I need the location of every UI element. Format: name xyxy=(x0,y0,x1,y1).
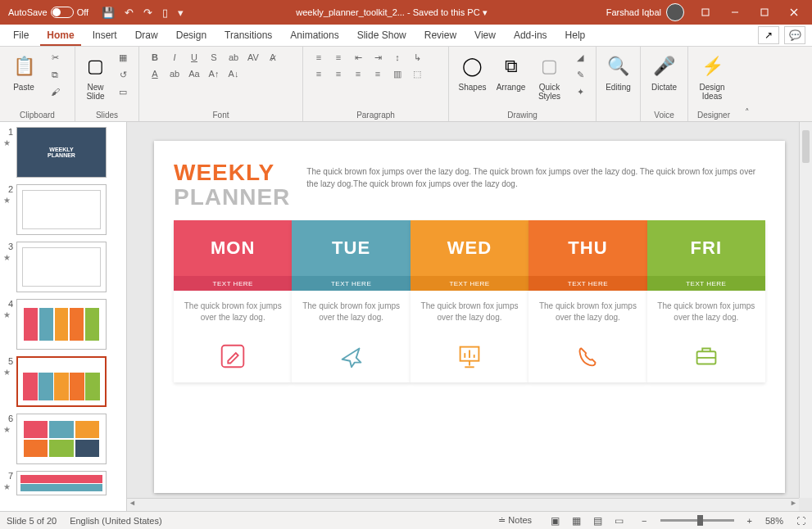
collapse-ribbon-icon[interactable]: ˄ xyxy=(739,47,755,121)
zoom-level[interactable]: 58% xyxy=(765,516,783,526)
share-button[interactable]: ↗ xyxy=(758,26,779,44)
comments-button[interactable]: 💬 xyxy=(784,26,805,44)
zoom-in-button[interactable]: + xyxy=(747,516,752,526)
tab-review[interactable]: Review xyxy=(418,26,463,46)
tab-design[interactable]: Design xyxy=(170,26,213,46)
slideshow-view-icon[interactable]: ▭ xyxy=(609,513,628,528)
notes-button[interactable]: ≐ Notes xyxy=(498,515,532,526)
bullets-icon[interactable]: ≡ xyxy=(310,50,328,65)
startfrombeginning-icon[interactable]: ▯ xyxy=(162,7,168,19)
highlight-icon[interactable]: ab xyxy=(166,66,184,81)
indent-left-icon[interactable]: ⇤ xyxy=(349,50,367,65)
slide-thumbnail-panel[interactable]: 1★WEEKLYPLANNER 2★ 3★ 4★ 5★ 6★ 7★ xyxy=(0,122,127,511)
line-spacing-icon[interactable]: ↕ xyxy=(388,50,406,65)
align-right-icon[interactable]: ≡ xyxy=(349,66,367,81)
minimize-button[interactable] xyxy=(720,0,750,25)
strike-button[interactable]: S xyxy=(205,50,223,65)
paste-button[interactable]: 📋Paste xyxy=(7,50,41,92)
font-color-icon[interactable]: A xyxy=(146,66,164,81)
dictate-button[interactable]: 🎤Dictate xyxy=(647,50,681,92)
day-thu[interactable]: THU TEXT HERE The quick brown fox jumps … xyxy=(528,220,646,382)
chevron-down-icon[interactable]: ▾ xyxy=(483,7,488,17)
smartart-icon[interactable]: ⬚ xyxy=(408,66,426,81)
change-case-icon[interactable]: Aa xyxy=(185,66,203,81)
slide-counter[interactable]: Slide 5 of 20 xyxy=(7,516,57,526)
tab-insert[interactable]: Insert xyxy=(86,26,124,46)
close-button[interactable] xyxy=(779,0,809,25)
thumbnail-4[interactable]: 4★ xyxy=(3,299,123,350)
slide[interactable]: WEEKLY PLANNER The quick brown fox jumps… xyxy=(154,141,785,493)
thumbnail-7[interactable]: 7★ xyxy=(3,471,123,495)
thumbnail-2[interactable]: 2★ xyxy=(3,184,123,235)
day-fri[interactable]: FRI TEXT HERE The quick brown fox jumps … xyxy=(647,220,765,382)
tab-draw[interactable]: Draw xyxy=(129,26,165,46)
normal-view-icon[interactable]: ▣ xyxy=(545,513,565,528)
clear-format-icon[interactable]: A̷ xyxy=(264,50,282,65)
thumbnail-6[interactable]: 6★ xyxy=(3,414,123,464)
tab-file[interactable]: File xyxy=(7,26,35,46)
more-icon[interactable]: ▾ xyxy=(178,7,184,19)
slide-description[interactable]: The quick brown fox jumps over the lazy … xyxy=(306,161,765,190)
numbering-icon[interactable]: ≡ xyxy=(329,50,347,65)
maximize-button[interactable] xyxy=(750,0,779,25)
increase-font-icon[interactable]: A↑ xyxy=(205,66,223,81)
underline-button[interactable]: U xyxy=(185,50,203,65)
indent-right-icon[interactable]: ⇥ xyxy=(369,50,387,65)
shape-effects-icon[interactable]: ✦ xyxy=(571,84,589,99)
layout-icon[interactable]: ▦ xyxy=(114,50,132,65)
decrease-font-icon[interactable]: A↓ xyxy=(225,66,243,81)
spacing-button[interactable]: AV xyxy=(244,50,262,65)
ribbon-display-button[interactable] xyxy=(691,0,720,25)
slide-canvas-area[interactable]: WEEKLY PLANNER The quick brown fox jumps… xyxy=(127,122,812,511)
vertical-scrollbar[interactable] xyxy=(799,122,812,498)
language-indicator[interactable]: English (United States) xyxy=(70,516,162,526)
justify-icon[interactable]: ≡ xyxy=(369,66,387,81)
text-direction-icon[interactable]: ↳ xyxy=(408,50,426,65)
fit-window-icon[interactable]: ⛶ xyxy=(796,516,805,526)
zoom-out-button[interactable]: − xyxy=(642,516,646,526)
tab-slideshow[interactable]: Slide Show xyxy=(351,26,413,46)
shadow-button[interactable]: ab xyxy=(225,50,243,65)
bold-button[interactable]: B xyxy=(146,50,164,65)
editing-button[interactable]: 🔍Editing xyxy=(603,50,633,92)
sorter-view-icon[interactable]: ▦ xyxy=(566,513,586,528)
copy-icon[interactable]: ⧉ xyxy=(46,67,64,82)
thumbnail-1[interactable]: 1★WEEKLYPLANNER xyxy=(3,127,123,178)
shapes-button[interactable]: ◯Shapes xyxy=(456,50,489,92)
new-slide-button[interactable]: ▢New Slide xyxy=(82,50,109,101)
tab-animations[interactable]: Animations xyxy=(284,26,345,46)
slide-title[interactable]: WEEKLY PLANNER xyxy=(174,161,290,211)
user-account[interactable]: Farshad Iqbal xyxy=(600,3,691,21)
save-icon[interactable]: 💾 xyxy=(102,7,115,19)
redo-icon[interactable]: ↷ xyxy=(143,7,152,19)
cut-icon[interactable]: ✂ xyxy=(46,50,64,65)
align-center-icon[interactable]: ≡ xyxy=(329,66,347,81)
reading-view-icon[interactable]: ▤ xyxy=(587,513,607,528)
tab-help[interactable]: Help xyxy=(559,26,592,46)
tab-addins[interactable]: Add-ins xyxy=(507,26,554,46)
reset-icon[interactable]: ↺ xyxy=(114,67,132,82)
day-head: WED xyxy=(411,220,528,276)
shape-fill-icon[interactable]: ◢ xyxy=(571,50,589,65)
thumbnail-5[interactable]: 5★ xyxy=(3,356,123,407)
zoom-slider[interactable] xyxy=(660,519,734,522)
arrange-button[interactable]: ⧉Arrange xyxy=(494,50,528,92)
thumbnail-3[interactable]: 3★ xyxy=(3,242,123,292)
align-left-icon[interactable]: ≡ xyxy=(310,66,328,81)
quick-styles-button[interactable]: ▢Quick Styles xyxy=(533,50,566,101)
day-mon[interactable]: MON TEXT HERE The quick brown fox jumps … xyxy=(174,220,292,382)
columns-icon[interactable]: ▥ xyxy=(388,66,406,81)
day-wed[interactable]: WED TEXT HERE The quick brown fox jumps … xyxy=(411,220,528,382)
section-icon[interactable]: ▭ xyxy=(114,84,132,99)
undo-icon[interactable]: ↶ xyxy=(125,7,134,19)
autosave-toggle[interactable]: AutoSave Off xyxy=(3,7,93,18)
tab-transitions[interactable]: Transitions xyxy=(218,26,279,46)
design-ideas-button[interactable]: ⚡Design Ideas xyxy=(695,50,729,101)
horizontal-scrollbar[interactable] xyxy=(127,498,799,511)
tab-view[interactable]: View xyxy=(468,26,502,46)
format-painter-icon[interactable]: 🖌 xyxy=(46,84,64,99)
tab-home[interactable]: Home xyxy=(40,26,80,46)
day-tue[interactable]: TUE TEXT HERE The quick brown fox jumps … xyxy=(292,220,410,382)
italic-button[interactable]: I xyxy=(166,50,184,65)
shape-outline-icon[interactable]: ✎ xyxy=(571,67,589,82)
